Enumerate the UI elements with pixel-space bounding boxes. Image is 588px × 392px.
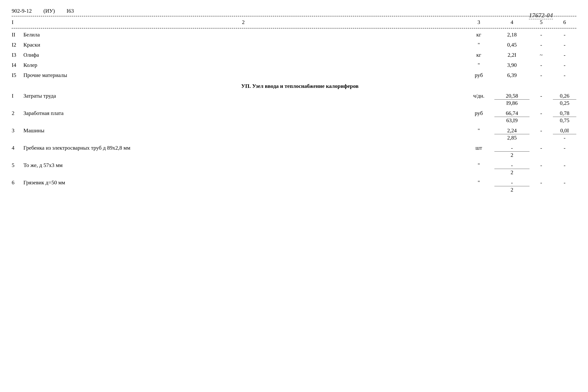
- row-val5: -: [529, 72, 553, 78]
- table-row: 5 То же, д 57х3 мм " - 2 - -: [12, 160, 576, 178]
- row-unit: ": [463, 128, 494, 134]
- stacked-val4: - 2: [494, 162, 529, 176]
- row-name: Затраты труда: [24, 93, 463, 99]
- row-val4: 6,39: [494, 72, 529, 78]
- col-header-5: 5: [529, 19, 553, 25]
- row-id: I3: [12, 52, 24, 58]
- row-name: Краски: [24, 42, 463, 48]
- header-dashed-line: [12, 28, 576, 28]
- row-val5: -: [529, 110, 553, 116]
- row-val5: -: [529, 128, 553, 134]
- row-val5: -: [529, 32, 553, 38]
- column-headers: I 2 3 4 5 6: [12, 18, 576, 27]
- row-name: Машины: [24, 128, 463, 134]
- row-val4: 2,2I: [494, 52, 529, 58]
- table-row: I Затраты труда ч/дн. 20,58 I9,86 - 0,26…: [12, 91, 576, 108]
- table-row: I5 Прочие материалы руб 6,39 - -: [12, 70, 576, 80]
- row-id: I5: [12, 72, 24, 78]
- section-header: УП. Узел ввода и теплоснабжение калорифе…: [12, 80, 576, 91]
- table-row: I3 Олифа кг 2,2I ~ -: [12, 50, 576, 60]
- stacked-val6: 0,26 0,25: [553, 93, 576, 106]
- row-name: Заработная плата: [24, 110, 463, 116]
- row-unit: кг: [463, 32, 494, 38]
- table-row: I4 Колер " 3,90 - -: [12, 60, 576, 70]
- stacked-val4: 66,74 63,I9: [494, 110, 529, 124]
- row-val5: ~: [529, 52, 553, 58]
- row-val4: 2,18: [494, 32, 529, 38]
- row-val5: -: [529, 42, 553, 48]
- row-unit: шт: [463, 145, 494, 151]
- row-unit: руб: [463, 110, 494, 116]
- row-val6: -: [553, 32, 576, 38]
- row-name: То же, д 57х3 мм: [24, 162, 463, 168]
- col-header-1: I: [12, 19, 24, 25]
- col-header-3: 3: [463, 19, 494, 25]
- stacked-val4: - 2: [494, 180, 529, 193]
- stacked-val6: 0,78 0,75: [553, 110, 576, 124]
- table-row: I2 Краски " 0,45 - -: [12, 40, 576, 50]
- section-title: УП. Узел ввода и теплоснабжение калорифе…: [24, 83, 576, 89]
- stacked-val4: 2,24 2,85: [494, 128, 529, 141]
- header-num: I63: [67, 8, 74, 14]
- stacked-val4: - 2: [494, 145, 529, 158]
- row-id: I2: [12, 42, 24, 48]
- row-name: Белила: [24, 32, 463, 38]
- stacked-val6: 0,0I -: [553, 128, 576, 141]
- header-code: 902-9-12: [12, 8, 32, 14]
- row-id: 2: [12, 110, 24, 116]
- row-val6: -: [553, 42, 576, 48]
- row-val5: -: [529, 162, 553, 168]
- row-val5: -: [529, 93, 553, 99]
- row-id: 5: [12, 162, 24, 168]
- header-iy: (ИУ): [44, 8, 55, 14]
- row-val5: -: [529, 145, 553, 151]
- row-val5: -: [529, 62, 553, 68]
- row-val4: 3,90: [494, 62, 529, 68]
- row-unit: ч/дн.: [463, 93, 494, 99]
- table-row: II Белила кг 2,18 - -: [12, 30, 576, 40]
- row-name: Олифа: [24, 52, 463, 58]
- row-val5: -: [529, 180, 553, 186]
- table-row: 3 Машины " 2,24 2,85 - 0,0I -: [12, 126, 576, 143]
- row-unit: кг: [463, 52, 494, 58]
- row-name: Гребенка из электросварных труб д 89х2,8…: [24, 145, 463, 151]
- row-val6: -: [553, 62, 576, 68]
- watermark: 17672-04: [529, 12, 553, 19]
- table-row: 4 Гребенка из электросварных труб д 89х2…: [12, 143, 576, 160]
- row-name: Колер: [24, 62, 463, 68]
- row-id: 6: [12, 180, 24, 186]
- row-id: I: [12, 93, 24, 99]
- row-unit: руб: [463, 72, 494, 78]
- row-val6: -: [553, 72, 576, 78]
- row-val6: -: [553, 52, 576, 58]
- row-id: 4: [12, 145, 24, 151]
- col-header-2: 2: [24, 19, 463, 25]
- table-row: 2 Заработная плата руб 66,74 63,I9 - 0,7…: [12, 108, 576, 126]
- bottom-rows: I Затраты труда ч/дн. 20,58 I9,86 - 0,26…: [12, 91, 576, 195]
- row-id: I4: [12, 62, 24, 68]
- top-rows: II Белила кг 2,18 - - I2 Краски " 0,45 -…: [12, 30, 576, 80]
- row-name: Прочие материалы: [24, 72, 463, 78]
- top-dashed-line: [12, 16, 576, 16]
- col-header-4: 4: [494, 19, 529, 25]
- row-unit: ": [463, 180, 494, 186]
- row-name: Грязевик д=50 мм: [24, 180, 463, 186]
- row-unit: ": [463, 42, 494, 48]
- col-header-6: 6: [553, 19, 576, 25]
- stacked-val4: 20,58 I9,86: [494, 93, 529, 106]
- row-val4: 0,45: [494, 42, 529, 48]
- row-unit: ": [463, 162, 494, 168]
- row-unit: ": [463, 62, 494, 68]
- table-row: 6 Грязевик д=50 мм " - 2 - -: [12, 178, 576, 195]
- row-id: II: [12, 32, 24, 38]
- row-id: 3: [12, 128, 24, 134]
